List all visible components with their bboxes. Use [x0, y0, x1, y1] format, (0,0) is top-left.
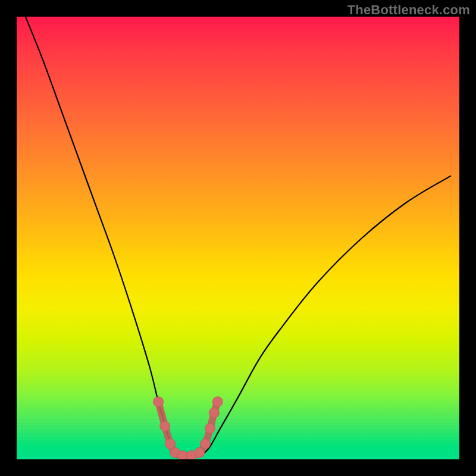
- chart-frame: TheBottleneck.com: [0, 0, 476, 476]
- svg-point-7: [200, 439, 210, 449]
- watermark-text: TheBottleneck.com: [347, 2, 470, 18]
- svg-point-9: [209, 408, 219, 418]
- svg-point-2: [165, 439, 176, 449]
- svg-point-4: [178, 451, 188, 459]
- bottom-banding: [17, 415, 459, 459]
- bottom-accent-dots: [154, 397, 223, 459]
- curve-line: [26, 17, 450, 458]
- svg-point-0: [154, 397, 164, 407]
- svg-point-10: [212, 397, 223, 407]
- svg-point-1: [160, 421, 170, 431]
- svg-point-5: [186, 451, 196, 459]
- svg-point-3: [170, 447, 180, 458]
- plot-area: [17, 17, 459, 459]
- svg-point-8: [205, 423, 215, 433]
- curve-svg: [17, 17, 459, 459]
- svg-point-6: [195, 447, 205, 458]
